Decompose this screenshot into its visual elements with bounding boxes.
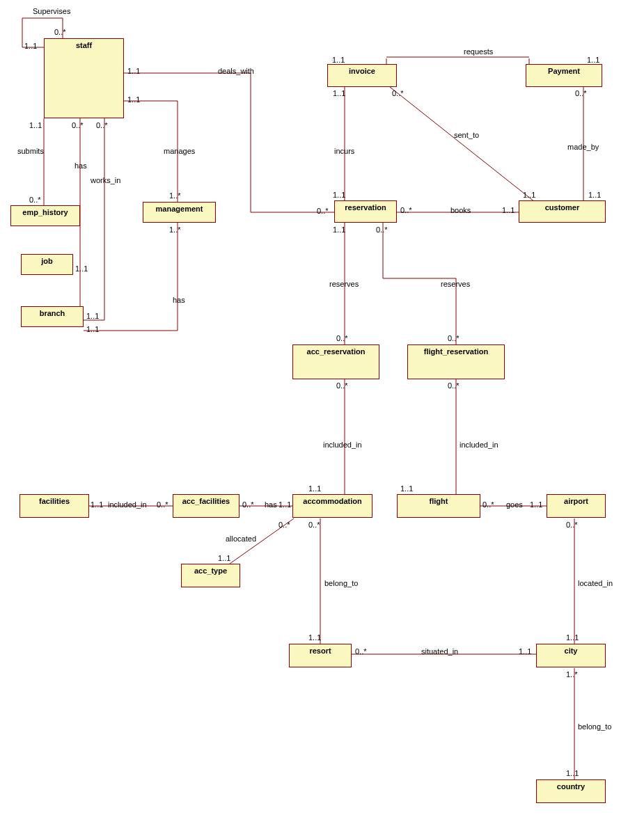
card: 1..1 <box>278 500 291 509</box>
card: 0..* <box>72 121 84 129</box>
svg-line-16 <box>390 87 535 202</box>
card: 0..* <box>157 500 168 509</box>
rel-supervises: Supervises <box>33 7 70 15</box>
card: 1..1 <box>502 206 515 214</box>
card: 1..1 <box>332 56 345 64</box>
entity-label: acc_facilities <box>182 497 230 505</box>
entity-label: flight <box>430 497 448 505</box>
entity-management[interactable]: management <box>143 202 216 223</box>
entity-label: flight_reservation <box>424 347 488 356</box>
entity-accommodation[interactable]: accommodation <box>292 494 372 518</box>
card: 0..* <box>96 121 108 129</box>
card: 0..* <box>242 500 254 509</box>
card: 1..1 <box>308 633 321 642</box>
entity-label: invoice <box>349 67 375 75</box>
card: 1..* <box>566 670 578 679</box>
rel-works-in: works_in <box>91 176 120 184</box>
entity-payment[interactable]: Payment <box>526 64 602 87</box>
card: 1..1 <box>333 89 345 97</box>
card: 1..1 <box>400 484 413 493</box>
entity-label: branch <box>40 309 65 317</box>
card: 1..1 <box>91 500 103 509</box>
entity-label: acc_type <box>194 566 227 575</box>
entity-city[interactable]: city <box>536 644 606 667</box>
card: 0..* <box>336 381 348 390</box>
card: 1..1 <box>523 191 535 199</box>
entity-label: airport <box>564 497 588 505</box>
entity-flight[interactable]: flight <box>397 494 480 518</box>
card: 1..* <box>169 191 181 200</box>
card: 1..1 <box>218 554 230 562</box>
card: 0..* <box>392 89 404 97</box>
card: 1..1 <box>127 67 140 75</box>
rel-has-staff-branch: has <box>74 161 87 170</box>
card: 0..* <box>400 206 412 214</box>
rel-allocated: allocated <box>226 534 256 543</box>
card: 0..* <box>448 381 460 390</box>
entity-reservation[interactable]: reservation <box>334 200 397 223</box>
card: 0..* <box>376 225 388 234</box>
card: 1..1 <box>530 500 542 509</box>
card: 1..1 <box>75 264 88 273</box>
card: 1..1 <box>24 42 37 50</box>
card: 1..1 <box>588 191 601 199</box>
card: 1..1 <box>308 484 321 493</box>
card: 0..* <box>482 500 494 509</box>
card: 1..1 <box>127 95 140 104</box>
card: 0..* <box>54 28 66 36</box>
card: 1..1 <box>566 633 579 642</box>
rel-included-fac: included_in <box>108 500 147 509</box>
entity-label: emp_history <box>22 208 68 216</box>
entity-acc-type[interactable]: acc_type <box>181 564 240 587</box>
entity-invoice[interactable]: invoice <box>327 64 397 87</box>
entity-facilities[interactable]: facilities <box>19 494 89 518</box>
entity-acc-reservation[interactable]: acc_reservation <box>292 344 379 379</box>
entity-staff[interactable]: staff <box>44 38 124 118</box>
rel-incurs: incurs <box>334 147 354 155</box>
card: 0..* <box>448 334 460 342</box>
entity-resort[interactable]: resort <box>289 644 352 667</box>
rel-situated-in: situated_in <box>421 647 458 656</box>
entity-acc-facilities[interactable]: acc_facilities <box>173 494 240 518</box>
entity-label: customer <box>545 203 580 212</box>
rel-reserves-acc: reserves <box>329 280 359 288</box>
card: 0..* <box>29 196 41 204</box>
entity-label: resort <box>309 647 331 655</box>
card: 0..* <box>308 521 320 529</box>
entity-branch[interactable]: branch <box>21 306 84 327</box>
entity-label: acc_reservation <box>307 347 366 356</box>
rel-requests: requests <box>464 47 493 56</box>
entity-label: Payment <box>548 67 580 75</box>
card: 1..1 <box>333 225 345 234</box>
card: 1..1 <box>333 191 345 199</box>
entity-label: reservation <box>345 203 386 212</box>
rel-sent-to: sent_to <box>454 131 479 139</box>
entity-label: city <box>565 647 578 655</box>
entity-emp-history[interactable]: emp_history <box>10 205 80 226</box>
rel-goes: goes <box>506 500 523 509</box>
entity-label: staff <box>76 41 92 49</box>
rel-submits: submits <box>17 147 44 155</box>
rel-books: books <box>450 206 471 214</box>
entity-job[interactable]: job <box>21 254 73 275</box>
rel-belong-accom-resort: belong_to <box>324 579 358 587</box>
card: 1..1 <box>519 647 531 656</box>
rel-included-flightres: included_in <box>460 441 499 449</box>
entity-flight-reservation[interactable]: flight_reservation <box>407 344 505 379</box>
rel-deals-with: deals_with <box>218 67 254 75</box>
card: 1..1 <box>29 121 42 129</box>
entity-country[interactable]: country <box>536 779 606 803</box>
rel-located-in: located_in <box>578 579 613 587</box>
card: 1..* <box>169 225 181 234</box>
rel-included-accres: included_in <box>323 441 362 449</box>
entity-label: accommodation <box>303 497 361 505</box>
entity-customer[interactable]: customer <box>519 200 606 223</box>
card: 1..1 <box>566 769 579 777</box>
card: 0..* <box>566 521 578 529</box>
rel-has-mgmt-branch: has <box>173 296 185 304</box>
card: 0..* <box>355 647 367 656</box>
rel-manages: manages <box>164 147 195 155</box>
entity-airport[interactable]: airport <box>547 494 606 518</box>
rel-reserves-flight: reserves <box>441 280 470 288</box>
connector-lines <box>0 0 628 840</box>
